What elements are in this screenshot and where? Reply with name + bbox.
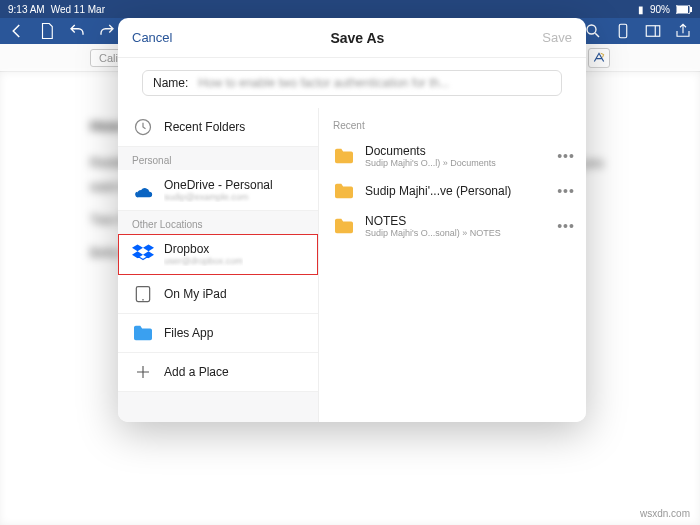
locations-panel: Recent Folders Personal OneDrive - Perso… bbox=[118, 108, 318, 422]
clock-icon bbox=[132, 116, 154, 138]
onedrive-sub: sudip@example.com bbox=[164, 192, 273, 202]
folder-title: Sudip Majhi'...ve (Personal) bbox=[365, 184, 546, 198]
folder-row[interactable]: NOTES Sudip Majhi's O...sonal) » NOTES •… bbox=[319, 207, 586, 245]
style-icon bbox=[592, 51, 606, 65]
save-button[interactable]: Save bbox=[542, 30, 572, 45]
watermark: wsxdn.com bbox=[640, 508, 690, 519]
filename-field[interactable]: Name: How to enable two factor authentic… bbox=[142, 70, 562, 96]
recent-files-panel: Recent Documents Sudip Majhi's O...l) » … bbox=[318, 108, 586, 422]
battery-outline-icon bbox=[676, 5, 692, 14]
folder-icon bbox=[333, 217, 355, 235]
folder-row[interactable]: Sudip Majhi'...ve (Personal) ••• bbox=[319, 175, 586, 207]
status-bar: 9:13 AM Wed 11 Mar ▮ 90% bbox=[0, 0, 700, 18]
style-button[interactable] bbox=[588, 48, 610, 68]
recent-folders-item[interactable]: Recent Folders bbox=[118, 108, 318, 147]
dropbox-label: Dropbox bbox=[164, 242, 243, 256]
name-label: Name: bbox=[153, 76, 188, 90]
add-place-label: Add a Place bbox=[164, 365, 229, 379]
more-icon[interactable]: ••• bbox=[556, 218, 576, 234]
svg-rect-1 bbox=[690, 7, 692, 12]
onedrive-item[interactable]: OneDrive - Personal sudip@example.com bbox=[118, 170, 318, 211]
folder-row[interactable]: Documents Sudip Majhi's O...l) » Documen… bbox=[319, 137, 586, 175]
folder-title: Documents bbox=[365, 144, 546, 158]
svg-rect-2 bbox=[677, 6, 688, 13]
name-row: Name: How to enable two factor authentic… bbox=[118, 58, 586, 108]
section-other-label: Other Locations bbox=[118, 211, 318, 234]
files-app-item[interactable]: Files App bbox=[118, 314, 318, 353]
svg-rect-5 bbox=[619, 24, 627, 38]
ipad-icon bbox=[132, 283, 154, 305]
onedrive-icon bbox=[132, 179, 154, 201]
folder-icon bbox=[333, 182, 355, 200]
recent-section-label: Recent bbox=[319, 116, 586, 137]
plus-icon bbox=[132, 361, 154, 383]
section-personal-label: Personal bbox=[118, 147, 318, 170]
folder-sub: Sudip Majhi's O...sonal) » NOTES bbox=[365, 228, 546, 238]
dropbox-item[interactable]: Dropbox user@dropbox.com bbox=[118, 234, 318, 275]
status-date: Wed 11 Mar bbox=[51, 4, 105, 15]
dialog-header: Cancel Save As Save bbox=[118, 18, 586, 58]
dialog-title: Save As bbox=[330, 30, 384, 46]
svg-point-4 bbox=[587, 25, 596, 34]
onedrive-label: OneDrive - Personal bbox=[164, 178, 273, 192]
folder-icon bbox=[333, 147, 355, 165]
file-icon[interactable] bbox=[38, 22, 56, 40]
svg-rect-6 bbox=[646, 26, 660, 37]
on-my-ipad-label: On My iPad bbox=[164, 287, 227, 301]
status-time: 9:13 AM bbox=[8, 4, 45, 15]
back-icon[interactable] bbox=[8, 22, 26, 40]
share-icon[interactable] bbox=[674, 22, 692, 40]
folder-icon bbox=[132, 322, 154, 344]
folder-sub: Sudip Majhi's O...l) » Documents bbox=[365, 158, 546, 168]
filename-value: How to enable two factor authentication … bbox=[198, 76, 551, 90]
search-icon[interactable] bbox=[584, 22, 602, 40]
status-battery: 90% bbox=[650, 4, 670, 15]
undo-icon[interactable] bbox=[68, 22, 86, 40]
dropbox-icon bbox=[132, 243, 154, 265]
recent-folders-label: Recent Folders bbox=[164, 120, 245, 134]
sidebar-icon[interactable] bbox=[644, 22, 662, 40]
redo-icon[interactable] bbox=[98, 22, 116, 40]
more-icon[interactable]: ••• bbox=[556, 183, 576, 199]
battery-icon: ▮ bbox=[638, 4, 644, 15]
folder-title: NOTES bbox=[365, 214, 546, 228]
cancel-button[interactable]: Cancel bbox=[132, 30, 172, 45]
more-icon[interactable]: ••• bbox=[556, 148, 576, 164]
svg-point-10 bbox=[142, 299, 144, 301]
device-icon[interactable] bbox=[614, 22, 632, 40]
dropbox-sub: user@dropbox.com bbox=[164, 256, 243, 266]
save-as-dialog: Cancel Save As Save Name: How to enable … bbox=[118, 18, 586, 422]
add-place-item[interactable]: Add a Place bbox=[118, 353, 318, 392]
on-my-ipad-item[interactable]: On My iPad bbox=[118, 275, 318, 314]
files-app-label: Files App bbox=[164, 326, 213, 340]
